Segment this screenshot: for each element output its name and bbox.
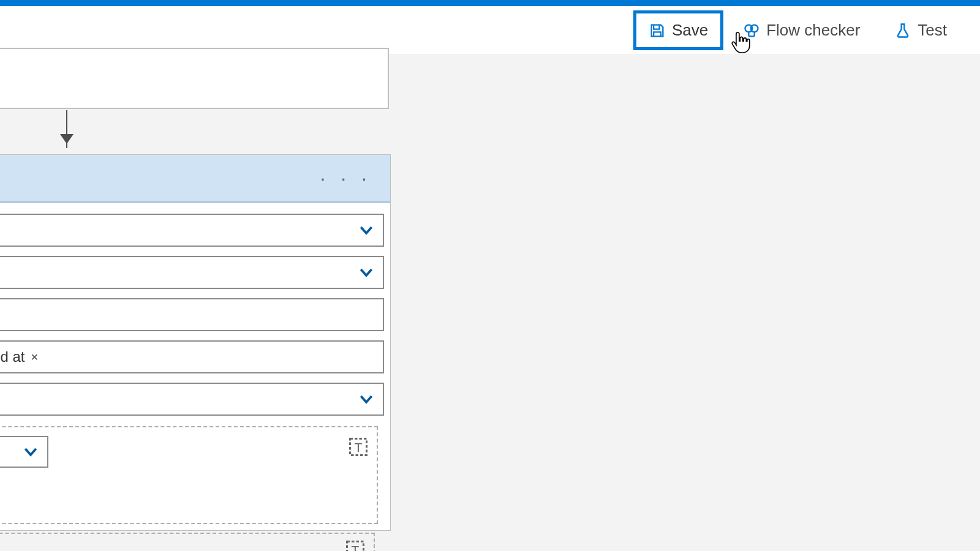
action-card-header[interactable]: · · · <box>0 155 390 203</box>
dropdown-field-2[interactable] <box>0 256 384 289</box>
action-card-body: .) × xt × User name × <box>0 203 390 530</box>
chevron-down-icon <box>21 443 40 461</box>
input-field-3[interactable]: .) × <box>0 298 384 331</box>
save-button[interactable]: Save <box>633 10 723 50</box>
save-button-label: Save <box>672 21 708 40</box>
flow-connector-arrow <box>66 110 67 148</box>
optional-section: T <box>0 426 378 524</box>
optional-section-2: T <box>0 533 375 551</box>
dropdown-field-1[interactable] <box>0 214 384 247</box>
trigger-card[interactable] <box>0 48 389 109</box>
flow-checker-label: Flow checker <box>766 21 860 40</box>
dynamic-token-createdat[interactable]: Created at × <box>0 345 43 369</box>
test-button-label: Test <box>918 21 947 40</box>
test-button[interactable]: Test <box>880 11 962 50</box>
svg-text:T: T <box>355 440 363 454</box>
action-card[interactable]: · · · .) × xt <box>0 154 391 531</box>
flask-icon <box>894 22 911 39</box>
token-remove-icon[interactable]: × <box>31 350 39 364</box>
inner-dropdown-field[interactable] <box>0 436 48 468</box>
save-icon <box>649 22 666 39</box>
svg-text:T: T <box>352 543 360 552</box>
chevron-down-icon <box>357 390 375 408</box>
chevron-down-icon <box>357 221 375 239</box>
input-field-4[interactable]: xt × User name × Created at × <box>0 340 384 373</box>
dynamic-content-icon[interactable]: T <box>344 539 366 551</box>
flow-checker-button[interactable]: Flow checker <box>728 11 875 50</box>
dynamic-content-icon[interactable]: T <box>347 436 369 458</box>
token-label: Created at <box>0 348 25 365</box>
flow-canvas[interactable]: · · · .) × xt <box>0 55 980 551</box>
card-more-icon[interactable]: · · · <box>320 167 372 190</box>
window-top-accent <box>0 0 980 6</box>
chevron-down-icon <box>357 263 375 282</box>
dropdown-field-5[interactable] <box>0 383 384 416</box>
flow-checker-icon <box>743 22 760 39</box>
